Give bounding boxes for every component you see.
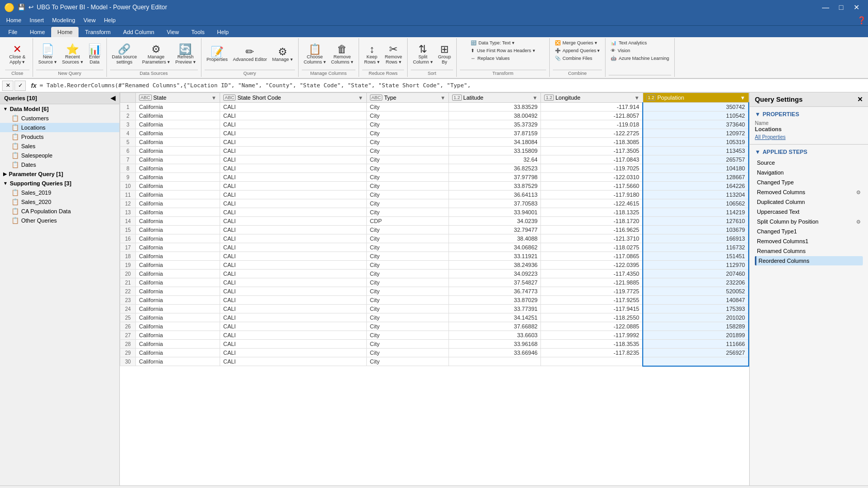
properties-button[interactable]: 📝 Properties (205, 45, 230, 63)
tab-help[interactable]: Help (211, 27, 235, 37)
formula-cancel-button[interactable]: ✕ (2, 81, 13, 91)
tab-add-column[interactable]: Add Column (117, 27, 161, 37)
state-filter-icon[interactable]: ▼ (211, 95, 216, 101)
latitude-filter-icon[interactable]: ▼ (533, 95, 538, 101)
population-filter-icon[interactable]: ▼ (740, 95, 746, 101)
tab-home[interactable]: Home (24, 27, 51, 37)
state-short-filter-icon[interactable]: ▼ (358, 95, 363, 101)
minimize-button[interactable]: — (818, 0, 833, 14)
vision-button[interactable]: 👁 Vision (609, 47, 632, 54)
tree-item-dates[interactable]: 📋 Dates (0, 160, 119, 169)
col-header-latitude[interactable]: 1.2 Latitude ▼ (449, 93, 541, 103)
col-header-type[interactable]: ABC Type ▼ (366, 93, 448, 103)
combine-group-label: Combine (553, 70, 602, 76)
applied-steps-collapse-icon[interactable]: ▼ (755, 149, 761, 155)
tree-item-sales[interactable]: 📋 Sales (0, 141, 119, 151)
help-icon[interactable]: ❓ (857, 16, 866, 24)
tree-item-sales2019[interactable]: 📋 Sales_2019 (0, 188, 119, 197)
step-item-renamed-columns[interactable]: Renamed Columns (755, 246, 863, 256)
tree-item-products[interactable]: 📋 Products (0, 132, 119, 141)
close-button[interactable]: ✕ (849, 0, 864, 14)
merge-queries-button[interactable]: 🔀 Merge Queries ▾ (553, 39, 599, 46)
group-by-button[interactable]: ⊞ GroupBy (436, 43, 453, 66)
state-short-cell: CALI (220, 270, 366, 278)
tab-view[interactable]: View (161, 27, 185, 37)
tab-home-active[interactable]: Home (51, 27, 79, 37)
all-properties-link[interactable]: All Properties (755, 134, 863, 140)
close-apply-button[interactable]: ✕ Close &Apply ▾ (7, 43, 28, 66)
properties-collapse-icon[interactable]: ▼ (755, 111, 761, 117)
replace-values-button[interactable]: ↔ Replace Values (469, 55, 537, 62)
append-queries-button[interactable]: ➕ Append Queries ▾ (553, 47, 602, 54)
close-right-panel-icon[interactable]: ✕ (857, 96, 863, 103)
advanced-editor-button[interactable]: ✏ Advanced Editor (231, 45, 269, 63)
menu-modeling[interactable]: Modeling (48, 16, 80, 24)
remove-rows-button[interactable]: ✂ RemoveRows ▾ (383, 43, 405, 66)
tree-item-other-queries[interactable]: 📋 Other Queries (0, 216, 119, 225)
data-source-settings-button[interactable]: 🔗 Data sourcesettings (110, 43, 140, 66)
use-first-row-button[interactable]: ⬆ Use First Row as Headers ▾ (469, 47, 537, 54)
undo-icon[interactable]: ↩ (28, 4, 34, 11)
ribbon-group-ai: 📊 Text Analytics 👁 Vision 🤖 Azure Machin… (606, 38, 675, 77)
tree-item-customers[interactable]: 📋 Customers (0, 114, 119, 123)
col-header-state-short-code[interactable]: ABC State Short Code ▼ (220, 93, 366, 103)
step-gear-icon[interactable]: ⚙ (856, 219, 861, 225)
tree-group-parameter-header[interactable]: ▶ Parameter Query [1] (0, 169, 119, 179)
step-item-uppercased-text[interactable]: Uppercased Text (755, 207, 863, 216)
formula-confirm-button[interactable]: ✓ (14, 81, 26, 91)
tree-item-sales2020[interactable]: 📋 Sales_2020 (0, 197, 119, 207)
longitude-filter-icon[interactable]: ▼ (634, 95, 640, 101)
refresh-preview-button[interactable]: 🔄 RefreshPreview ▾ (173, 43, 198, 66)
step-item-removed-columns[interactable]: Removed Columns⚙ (755, 187, 863, 197)
menu-view[interactable]: View (80, 16, 100, 24)
step-item-changed-type1[interactable]: Changed Type1 (755, 227, 863, 236)
table-row: 6CaliforniaCALICity33.15809-117.35051134… (120, 147, 749, 155)
data-type-button[interactable]: 🔡 Data Type: Text ▾ (469, 39, 537, 46)
split-column-button[interactable]: ⇅ SplitColumn ▾ (411, 43, 435, 66)
choose-columns-button[interactable]: 📋 ChooseColumns ▾ (302, 43, 328, 66)
latitude-cell: 37.66882 (449, 322, 541, 331)
manage-parameters-button[interactable]: ⚙ ManageParameters ▾ (140, 43, 172, 66)
tree-item-locations[interactable]: 📋 Locations (0, 123, 119, 132)
col-header-population[interactable]: 1.2 Population ▼ (643, 93, 749, 103)
tab-transform[interactable]: Transform (79, 27, 117, 37)
col-header-state[interactable]: ABC State ▼ (136, 93, 220, 103)
type-filter-icon[interactable]: ▼ (440, 95, 445, 101)
keep-rows-button[interactable]: ↕ KeepRows ▾ (362, 43, 382, 66)
panel-collapse-button[interactable]: ◀ (111, 95, 115, 102)
manage-button[interactable]: ⚙ Manage ▾ (270, 45, 295, 63)
population-cell: 265757 (643, 155, 749, 164)
tree-item-salespeople[interactable]: 📋 Salespeople (0, 151, 119, 160)
new-source-button[interactable]: 📄 NewSource ▾ (36, 43, 59, 66)
step-item-source[interactable]: Source (755, 158, 863, 167)
step-item-split-column-by-position[interactable]: Split Column by Position⚙ (755, 217, 863, 226)
combine-files-button[interactable]: 📎 Combine Files (553, 55, 595, 62)
tab-file[interactable]: File (2, 27, 24, 37)
step-item-navigation[interactable]: Navigation (755, 168, 863, 177)
maximize-button[interactable]: □ (834, 0, 848, 14)
state-short-cell: CALI (220, 252, 366, 261)
step-item-removed-columns1[interactable]: Removed Columns1 (755, 237, 863, 246)
enter-data-button[interactable]: 📊 EnterData (86, 43, 103, 66)
col-header-longitude[interactable]: 1.2 Longitude ▼ (541, 93, 643, 103)
tree-group-data-model-header[interactable]: ▼ Data Model [6] (0, 104, 119, 114)
grid-container[interactable]: ABC State ▼ ABC State Short Code ▼ (120, 92, 749, 485)
tree-group-supporting-header[interactable]: ▼ Supporting Queries [3] (0, 179, 119, 188)
azure-ml-button[interactable]: 🤖 Azure Machine Learning (609, 55, 671, 62)
tab-tools[interactable]: Tools (185, 27, 211, 37)
remove-columns-button[interactable]: 🗑 RemoveColumns ▾ (329, 43, 355, 66)
step-item-changed-type[interactable]: Changed Type (755, 178, 863, 187)
formula-input[interactable] (40, 82, 866, 89)
menu-insert[interactable]: Insert (25, 16, 48, 24)
type-cell: City (366, 129, 448, 138)
tree-item-ca-population[interactable]: 📋 CA Population Data (0, 207, 119, 216)
step-gear-icon[interactable]: ⚙ (856, 190, 861, 195)
save-icon[interactable]: 💾 (18, 4, 25, 11)
row-number-cell: 10 (120, 182, 136, 191)
menu-help[interactable]: Help (100, 16, 120, 24)
recent-sources-button[interactable]: ⭐ RecentSources ▾ (60, 43, 85, 66)
menu-home[interactable]: Home (2, 16, 25, 24)
step-item-duplicated-column[interactable]: Duplicated Column (755, 197, 863, 207)
step-item-reordered-columns[interactable]: Reordered Columns (755, 256, 863, 265)
text-analytics-button[interactable]: 📊 Text Analytics (609, 39, 649, 46)
